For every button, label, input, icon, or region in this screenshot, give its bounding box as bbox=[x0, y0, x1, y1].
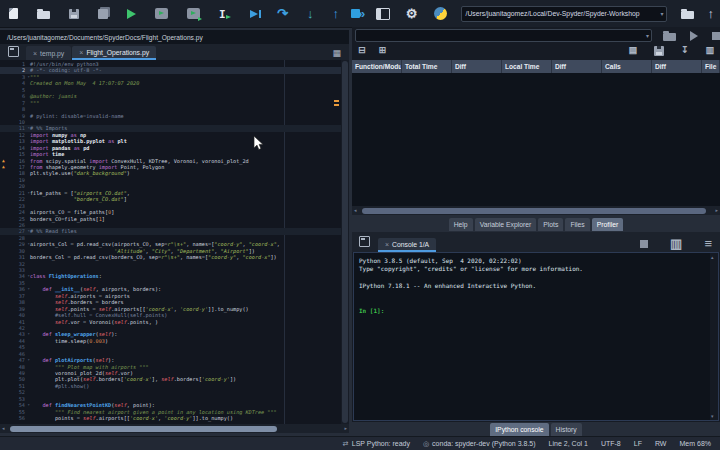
collapse-all-icon[interactable]: ⊟ bbox=[358, 46, 366, 55]
console-body[interactable]: Python 3.8.5 (default, Sep 4 2020, 02:22… bbox=[353, 252, 719, 421]
run-file-icon[interactable] bbox=[127, 9, 136, 19]
line-number-text: 2 bbox=[22, 67, 25, 73]
editor-horizontal-scrollbar[interactable]: ◂ ▸ bbox=[0, 424, 349, 433]
tab-files[interactable]: Files bbox=[565, 218, 589, 231]
close-icon[interactable]: × bbox=[33, 50, 37, 57]
show-output-icon[interactable]: ▤ bbox=[628, 46, 637, 56]
pane-tab-strip: HelpVariable ExplorerPlotsFilesProfiler bbox=[352, 216, 720, 231]
line-number[interactable]: 56 bbox=[0, 415, 30, 421]
line-number-text: 6 bbox=[22, 93, 25, 99]
status-memory-label: Mem 68% bbox=[679, 440, 711, 447]
tab-history[interactable]: History bbox=[551, 423, 582, 436]
parent-dir-icon[interactable]: ↑ bbox=[708, 7, 715, 20]
load-data-icon[interactable]: ↧ bbox=[681, 46, 689, 56]
profiler-table-header[interactable]: Function/ModuTotal TimeDiffLocal TimeDif… bbox=[352, 60, 720, 73]
debug-file-icon[interactable] bbox=[250, 10, 258, 18]
tab-plots[interactable]: Plots bbox=[538, 218, 563, 231]
profiler-file-combobox[interactable]: ▾ bbox=[355, 29, 652, 42]
profiler-column-diff[interactable]: Diff bbox=[652, 60, 702, 73]
profiler-column-function-modu[interactable]: Function/Modu bbox=[352, 60, 402, 73]
line-number-text: 27 bbox=[19, 228, 25, 234]
console-tab[interactable]: × Console 1/A bbox=[378, 238, 436, 252]
new-file-icon[interactable] bbox=[9, 8, 18, 19]
console-env-icon[interactable]: ▥ bbox=[670, 237, 682, 250]
panes-layout-icon[interactable] bbox=[376, 8, 390, 20]
spyder-window: ↷↓↑» ⚙ /Users/juanitagomez/Local/Dev-Spy… bbox=[0, 0, 720, 450]
scroll-right-icon[interactable]: ▸ bbox=[344, 425, 347, 431]
scrollbar-thumb[interactable] bbox=[362, 208, 706, 214]
scroll-left-icon[interactable]: ◂ bbox=[354, 207, 357, 213]
line-number-text: 24 bbox=[19, 209, 25, 215]
browse-workdir-icon[interactable] bbox=[681, 11, 694, 19]
line-number-text: 49 bbox=[19, 370, 25, 376]
step-into-icon[interactable]: ↓ bbox=[307, 7, 314, 20]
profiler-column-local-time[interactable]: Local Time bbox=[502, 60, 552, 73]
profiler-run-icon[interactable] bbox=[690, 31, 698, 41]
run-cell-advance-icon[interactable] bbox=[187, 8, 200, 19]
profiler-column-diff[interactable]: Diff bbox=[552, 60, 602, 73]
chevron-down-icon: ▾ bbox=[660, 10, 663, 17]
status-bar: ⇄LSP Python: ready◎conda: spyder-dev (Py… bbox=[0, 436, 720, 450]
run-selection-icon[interactable] bbox=[219, 8, 231, 20]
scroll-right-icon[interactable]: ▸ bbox=[715, 207, 718, 213]
browse-tabs-icon[interactable] bbox=[8, 46, 19, 57]
line-number-text: 25 bbox=[19, 216, 25, 222]
tab-help[interactable]: Help bbox=[449, 218, 473, 231]
browse-tabs-icon[interactable] bbox=[359, 236, 370, 247]
close-icon[interactable]: × bbox=[385, 241, 389, 248]
line-number-text: 9 bbox=[22, 113, 25, 119]
working-directory-combobox[interactable]: /Users/juanitagomez/Local/Dev-Spyder/Spy… bbox=[461, 6, 667, 22]
tab-profiler[interactable]: Profiler bbox=[592, 218, 624, 231]
stop-debug-icon[interactable] bbox=[351, 9, 360, 18]
code-editor[interactable]: 1#!/usr/bin/env python32# -*- coding: ut… bbox=[0, 60, 349, 424]
save-data-icon[interactable] bbox=[654, 46, 664, 56]
profiler-select-file-icon[interactable] bbox=[663, 33, 676, 41]
expand-all-icon[interactable]: ⊞ bbox=[379, 46, 387, 55]
line-number-text: 46 bbox=[19, 351, 25, 357]
scroll-left-icon[interactable]: ◂ bbox=[2, 425, 5, 431]
step-over-icon[interactable]: ↷ bbox=[277, 7, 288, 20]
code-line[interactable]: 56 points = self.airports[['coord-x', 'c… bbox=[0, 415, 349, 421]
console-line: Type "copyright", "credits" or "license"… bbox=[359, 265, 708, 273]
profiler-table-body[interactable] bbox=[352, 73, 720, 206]
editor-tab-temp.py[interactable]: ×temp.py bbox=[26, 46, 71, 60]
line-number-text: 29 bbox=[19, 241, 25, 247]
scrollbar-thumb[interactable] bbox=[10, 426, 277, 432]
status-conda-env[interactable]: ◎conda: spyder-dev (Python 3.8.5) bbox=[423, 440, 536, 448]
tab-variable-explorer[interactable]: Variable Explorer bbox=[475, 218, 537, 231]
run-cell-icon[interactable] bbox=[155, 8, 168, 19]
tab-options-icon[interactable]: ▦ bbox=[332, 48, 341, 58]
interrupt-kernel-icon[interactable] bbox=[640, 240, 648, 248]
console-line bbox=[359, 291, 708, 299]
profiler-stop-icon[interactable] bbox=[712, 32, 720, 40]
console-output: Python 3.8.5 (default, Sep 4 2020, 02:22… bbox=[359, 257, 708, 315]
python-logo-icon[interactable] bbox=[434, 7, 447, 20]
save-icon[interactable] bbox=[69, 9, 79, 19]
scroll-down-icon[interactable]: ▾ bbox=[711, 413, 714, 419]
profiler-column-calls[interactable]: Calls bbox=[602, 60, 652, 73]
console-line bbox=[359, 274, 708, 282]
console-toolbar-icons: ▥≡ bbox=[640, 237, 712, 250]
close-icon[interactable]: × bbox=[79, 49, 83, 56]
scroll-up-icon[interactable]: ▴ bbox=[711, 254, 714, 260]
line-number-text: 55 bbox=[19, 409, 25, 415]
preferences-wrench-icon[interactable]: ⚙ bbox=[406, 7, 418, 20]
editor-tab-Flight_Operations.py[interactable]: ×Flight_Operations.py bbox=[72, 46, 156, 60]
status-eol-label: LF bbox=[634, 440, 642, 447]
line-number-text: 36 bbox=[19, 286, 25, 292]
step-return-icon[interactable]: ↑ bbox=[332, 7, 339, 20]
console-prompt[interactable]: In [1]: bbox=[359, 307, 708, 315]
line-number-text: 39 bbox=[19, 306, 25, 312]
line-number-text: 21 bbox=[19, 190, 25, 196]
console-options-icon[interactable]: ≡ bbox=[704, 237, 712, 250]
console-vertical-scrollbar[interactable]: ▴ ▾ bbox=[710, 253, 718, 420]
tab-ipython-console[interactable]: IPython console bbox=[490, 423, 548, 436]
options-menu-icon[interactable]: ▥ bbox=[705, 46, 714, 56]
profiler-column-total-time[interactable]: Total Time bbox=[402, 60, 452, 73]
profiler-horizontal-scrollbar[interactable]: ◂ ▸ bbox=[352, 206, 720, 215]
save-all-icon[interactable] bbox=[98, 9, 108, 19]
profiler-column-diff[interactable]: Diff bbox=[452, 60, 502, 73]
editor-vertical-scrollbar[interactable] bbox=[341, 60, 349, 424]
profiler-column-file[interactable]: File bbox=[702, 60, 720, 73]
open-file-icon[interactable] bbox=[37, 11, 50, 19]
